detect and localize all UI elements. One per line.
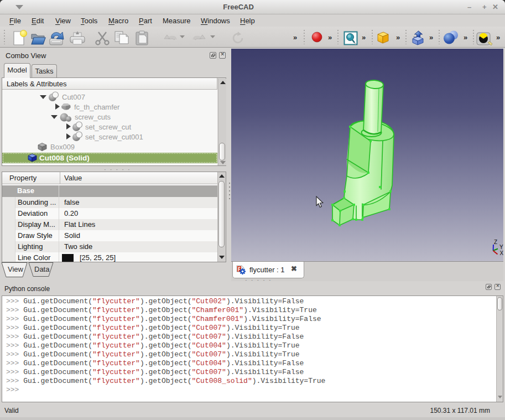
svg-text:View: View — [8, 265, 24, 273]
svg-text:set_screw_cut001: set_screw_cut001 — [85, 133, 143, 141]
svg-text:Y: Y — [499, 244, 503, 250]
svg-text:Data: Data — [34, 265, 50, 273]
svg-text:set_screw_cut: set_screw_cut — [85, 123, 131, 131]
svg-text:fc_th_chamfer: fc_th_chamfer — [74, 103, 120, 111]
svg-text:Z: Z — [494, 239, 497, 245]
svg-text:Box009: Box009 — [50, 143, 75, 151]
svg-text:Cut007: Cut007 — [62, 93, 85, 101]
svg-text:screw_cuts: screw_cuts — [75, 113, 111, 121]
svg-text:Cut008 (Solid): Cut008 (Solid) — [39, 154, 90, 162]
